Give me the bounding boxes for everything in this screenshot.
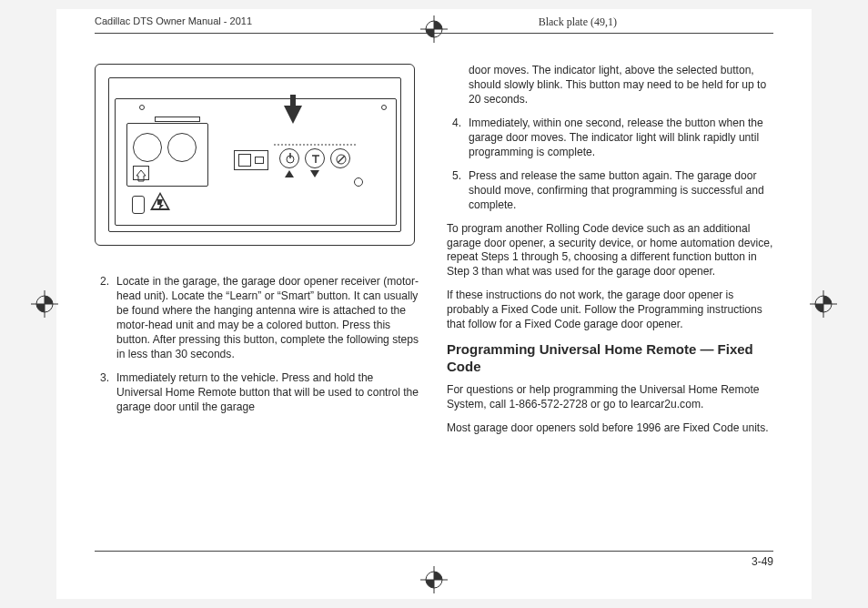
garage-opener-figure bbox=[95, 64, 415, 246]
step-4: 4. Immediately, within one second, relea… bbox=[447, 117, 773, 160]
step-text: Immediately return to the vehicle. Press… bbox=[116, 371, 421, 415]
right-column: door moves. The indicator light, above t… bbox=[447, 64, 773, 553]
manual-title: Cadillac DTS Owner Manual - 2011 bbox=[95, 15, 252, 26]
step-text: Immediately, within one second, release … bbox=[469, 117, 773, 160]
black-plate-label: Black plate (49,1) bbox=[539, 15, 617, 29]
body-paragraph: Most garage door openers sold before 199… bbox=[447, 421, 773, 436]
body-paragraph: To program another Rolling Code device s… bbox=[447, 222, 773, 280]
body-paragraph: If these instructions do not work, the g… bbox=[447, 289, 773, 332]
svg-marker-19 bbox=[310, 170, 319, 177]
footer-rule bbox=[95, 551, 773, 552]
instruction-list-right: 4. Immediately, within one second, relea… bbox=[447, 117, 773, 213]
instruction-list-left: 2. Locate in the garage, the garage door… bbox=[95, 275, 421, 415]
registration-mark-icon bbox=[420, 566, 448, 593]
step-5: 5. Press and release the same button aga… bbox=[447, 169, 773, 213]
step-number: 4. bbox=[447, 117, 469, 160]
registration-mark-icon bbox=[420, 15, 448, 43]
page-number: 3-49 bbox=[752, 555, 773, 568]
left-column: 2. Locate in the garage, the garage door… bbox=[95, 64, 421, 553]
manual-page: Cadillac DTS Owner Manual - 2011 Black p… bbox=[56, 9, 812, 599]
step-number: 5. bbox=[447, 169, 469, 213]
step-2: 2. Locate in the garage, the garage door… bbox=[95, 275, 421, 362]
registration-mark-icon bbox=[810, 290, 837, 318]
step-number: 3. bbox=[95, 371, 116, 415]
registration-mark-icon bbox=[31, 290, 58, 318]
step-text: Locate in the garage, the garage door op… bbox=[116, 275, 421, 362]
step-text: Press and release the same button again.… bbox=[469, 169, 773, 213]
section-heading: Programming Universal Home Remote — Fixe… bbox=[447, 341, 773, 376]
warning-triangle-icon bbox=[148, 190, 172, 212]
step-3: 3. Immediately return to the vehicle. Pr… bbox=[95, 371, 421, 415]
svg-marker-18 bbox=[285, 170, 294, 177]
step-3-continuation: door moves. The indicator light, above t… bbox=[447, 64, 773, 107]
svg-line-17 bbox=[338, 156, 345, 163]
step-number: 2. bbox=[95, 275, 116, 362]
body-paragraph: For questions or help programming the Un… bbox=[447, 383, 773, 412]
content-area: 2. Locate in the garage, the garage door… bbox=[95, 64, 773, 553]
